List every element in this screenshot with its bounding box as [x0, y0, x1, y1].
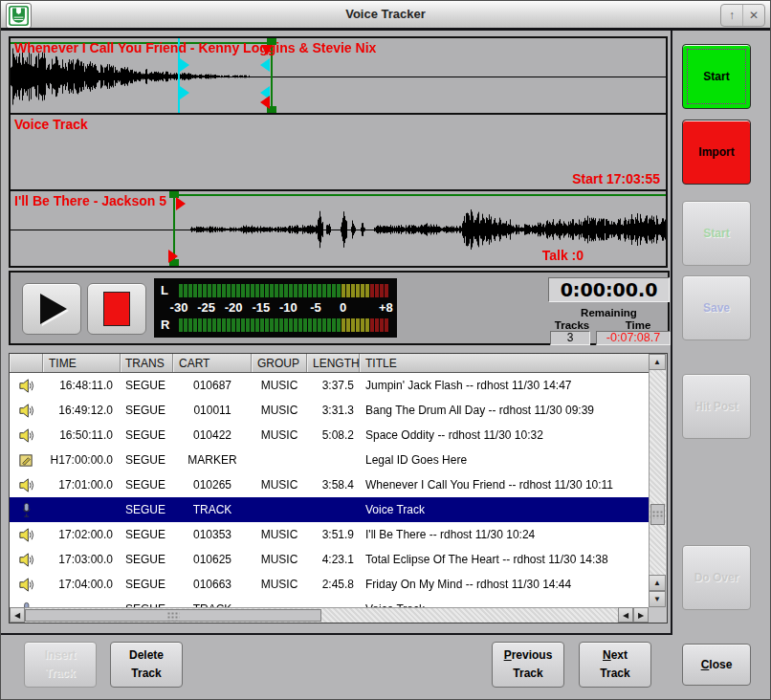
speaker-icon: [10, 403, 43, 419]
waveform-panel-voice-track[interactable]: Voice Track Start 17:03:55: [11, 115, 666, 191]
fade-marker-handle[interactable]: [180, 86, 189, 99]
marker-icon: [10, 452, 43, 469]
row-trans: SEGUE: [121, 478, 173, 492]
table-row[interactable]: 16:49:12.0 SEGUE 010011 MUSIC 3:31.3 Ban…: [10, 398, 649, 423]
start-marker-handle[interactable]: [168, 250, 178, 263]
vu-segment: [198, 318, 202, 332]
table-row[interactable]: 17:01:00.0 SEGUE 010265 MUSIC 3:58.4 Whe…: [10, 472, 649, 497]
save-button[interactable]: Save: [682, 275, 751, 340]
vu-segment: [346, 318, 350, 332]
end-marker-handle[interactable]: [260, 96, 270, 109]
remaining-label: Remaining: [548, 307, 670, 318]
vu-segment: [346, 284, 350, 297]
scroll-left-icon[interactable]: ◀: [10, 607, 25, 623]
hscroll-thumb[interactable]: [25, 609, 321, 622]
vu-segment: [337, 318, 341, 332]
vertical-scrollbar[interactable]: ▲ ▲ ▼: [649, 354, 666, 607]
table-row[interactable]: 17:02:00.0 SEGUE 010353 MUSIC 3:51.9 I'l…: [10, 522, 649, 547]
row-length: 3:37.5: [307, 379, 360, 392]
table-row[interactable]: 17:04:00.0 SEGUE 010663 MUSIC 2:45.8 Fri…: [10, 572, 649, 597]
next-track-button[interactable]: Next Track: [579, 642, 651, 688]
scroll-down-icon[interactable]: ▼: [649, 591, 666, 607]
scroll-up-icon[interactable]: ▲: [649, 354, 666, 370]
waveform-panel-next-track[interactable]: I'll Be There - Jackson 5 Talk :0: [11, 191, 666, 266]
vertical-divider: [671, 31, 672, 633]
table-row[interactable]: 16:50:11.0 SEGUE 010422 MUSIC 5:08.2 Spa…: [10, 423, 649, 448]
vu-segment: [332, 318, 336, 332]
row-title: Friday On My Mind -- rdhost 11/30 14:44: [360, 578, 649, 591]
table-row[interactable]: 16:48:11.0 SEGUE 010687 MUSIC 3:37.5 Jum…: [10, 373, 649, 398]
start-record-button[interactable]: Start: [682, 44, 751, 109]
vu-segment: [251, 284, 254, 297]
vu-segment: [370, 284, 374, 297]
log-rows: 16:48:11.0 SEGUE 010687 MUSIC 3:37.5 Jum…: [10, 373, 649, 607]
button-label: Track: [580, 665, 650, 683]
maximize-icon[interactable]: ↑: [721, 5, 742, 26]
vu-segment: [265, 318, 269, 332]
vu-segment: [298, 284, 302, 297]
column-header-icon: [10, 354, 43, 372]
row-trans: SEGUE: [121, 428, 173, 442]
hit-post-button[interactable]: Hit Post: [682, 374, 751, 439]
row-group: MUSIC: [252, 528, 307, 541]
vu-segment: [318, 318, 321, 332]
vu-left-label: L: [161, 284, 168, 297]
table-header: TIME TRANS CART GROUP LENGTH TITLE: [10, 354, 649, 373]
close-window-icon[interactable]: ✕: [742, 5, 764, 26]
vu-segment: [217, 284, 221, 297]
vu-segment: [375, 318, 379, 332]
vu-segment: [341, 318, 345, 332]
vscroll-thumb[interactable]: [650, 504, 665, 525]
start-marker-icon[interactable]: [176, 197, 186, 210]
vu-segment: [322, 284, 326, 297]
scroll-right-icon[interactable]: ▶: [633, 607, 649, 623]
row-time: 16:49:12.0: [43, 404, 121, 417]
row-trans: SEGUE: [121, 404, 173, 417]
button-label: Insert: [25, 646, 96, 665]
vu-segment: [327, 318, 331, 332]
vu-segment: [179, 284, 183, 297]
table-row[interactable]: SEGUE TRACK Voice Track: [10, 497, 649, 522]
vu-segment: [212, 284, 216, 297]
vu-segment: [265, 284, 269, 297]
stop-icon: [103, 292, 130, 326]
horizontal-divider: [1, 633, 672, 635]
vu-segment: [236, 318, 240, 332]
stop-button[interactable]: [87, 283, 146, 335]
table-row[interactable]: SEGUE TRACK Voice Track: [10, 597, 649, 607]
scroll-up-icon[interactable]: ▲: [649, 575, 666, 591]
vu-segment: [303, 318, 307, 332]
vu-segment: [203, 318, 207, 332]
vu-segment: [241, 318, 245, 332]
row-length: 4:23.1: [307, 553, 360, 566]
row-group: MUSIC: [252, 379, 307, 392]
close-button[interactable]: Close: [682, 644, 751, 686]
start-play-button[interactable]: Start: [682, 201, 751, 266]
row-length: 3:58.4: [307, 478, 360, 492]
import-button[interactable]: Import: [682, 120, 751, 185]
previous-track-button[interactable]: Previous Track: [492, 642, 564, 688]
insert-track-button[interactable]: Insert Track: [24, 642, 97, 688]
vu-segment: [318, 284, 321, 297]
vscroll-track[interactable]: [649, 370, 666, 575]
vu-segment: [361, 318, 364, 332]
vu-meter: L -30-25-20-15-10-50+8 R: [154, 278, 397, 338]
scroll-left-icon[interactable]: ◀: [618, 607, 633, 623]
row-cart: 010663: [173, 578, 252, 591]
table-row[interactable]: 17:03:00.0 SEGUE 010625 MUSIC 4:23.1 Tot…: [10, 547, 649, 572]
horizontal-scrollbar[interactable]: ◀ ◀ ▶: [10, 607, 649, 623]
table-row[interactable]: H17:00:00.0 SEGUE MARKER Legal ID Goes H…: [10, 448, 649, 472]
fade-marker-handle[interactable]: [180, 58, 189, 72]
panel-track-title: I'll Be There - Jackson 5: [14, 193, 166, 208]
play-button[interactable]: [22, 283, 81, 335]
do-over-button[interactable]: Do Over: [682, 545, 751, 610]
waveform-panel-previous-track[interactable]: Whenever I Call You Friend - Kenny Loggi…: [11, 38, 666, 115]
vu-segment: [322, 318, 326, 332]
vu-segment: [313, 318, 317, 332]
row-time: 17:02:00.0: [43, 528, 121, 541]
delete-track-button[interactable]: Delete Track: [110, 642, 183, 688]
speaker-icon: [10, 527, 43, 543]
fade-end-handle[interactable]: [260, 58, 270, 72]
hscroll-track[interactable]: [25, 607, 618, 623]
speaker-icon: [10, 378, 43, 394]
